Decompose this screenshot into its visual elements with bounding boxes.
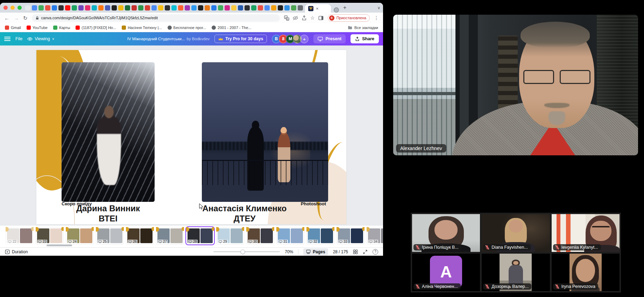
bookmark-item[interactable]: (1187) [FIXED] Но... [76, 26, 116, 30]
forward-button[interactable]: → [14, 15, 19, 21]
pinned-tab[interactable] [58, 5, 64, 10]
pinned-tab[interactable] [132, 5, 137, 10]
new-tab-button[interactable]: + [343, 3, 346, 13]
zoom-percent[interactable]: 70% [285, 249, 293, 254]
page-thumbnail[interactable]: 27 [156, 227, 184, 245]
page-thumbnail[interactable]: 32 [306, 227, 334, 245]
zoom-slider-knob[interactable] [240, 249, 245, 254]
bookmark-item[interactable]: Gmail [5, 26, 21, 30]
pinned-tab[interactable] [185, 5, 190, 10]
participant-tile[interactable]: Ірина Поліщук В... [412, 214, 480, 252]
pinned-tab[interactable] [238, 5, 243, 10]
tab-search-caret-icon[interactable]: ∨ [377, 3, 380, 13]
bookmark-item[interactable]: Насіння Тютюну |... [122, 26, 162, 30]
pinned-tab[interactable] [165, 5, 170, 10]
pinned-tab[interactable] [105, 5, 110, 10]
close-tab-icon[interactable]: × [316, 6, 319, 11]
pinned-tab[interactable] [72, 5, 77, 10]
pinned-tab[interactable] [218, 5, 223, 10]
pages-view-toggle[interactable]: Pages [303, 248, 328, 255]
zoom-window-button[interactable] [17, 6, 22, 10]
page-thumbnail[interactable]: 24 [66, 227, 94, 245]
filmstrip-scrollbar[interactable] [47, 245, 72, 246]
pinned-tab[interactable] [45, 5, 50, 10]
eye-off-icon[interactable] [293, 15, 298, 21]
share-page-icon[interactable] [302, 15, 307, 21]
page-thumbnail[interactable]: 22 [6, 227, 34, 245]
pinned-tab[interactable] [245, 5, 250, 10]
extension-paused-badge[interactable]: 0 Приостановлена [328, 14, 370, 22]
bookmark-item[interactable]: Бесплатное прог... [168, 26, 206, 30]
bookmark-item[interactable]: Карты [53, 26, 70, 30]
address-bar[interactable]: canva.com/design/DAGouKGo9WA/sTCsRrTJjIM… [32, 14, 280, 22]
active-tab[interactable]: Ѱ × [305, 4, 331, 13]
pinned-tab[interactable] [298, 5, 303, 10]
pinned-tab[interactable] [98, 5, 104, 10]
pinned-tab[interactable] [145, 5, 150, 10]
page-thumbnail[interactable]: 28 [186, 227, 214, 245]
zoom-slider[interactable] [213, 251, 280, 252]
participant-tile[interactable]: Diana Fayvishen... [482, 214, 550, 252]
duration-button[interactable]: Duration [5, 249, 28, 254]
pinned-tab[interactable] [291, 5, 296, 10]
fullscreen-icon[interactable] [363, 249, 368, 254]
try-pro-button[interactable]: Try Pro for 30 days [214, 35, 267, 43]
pinned-tab[interactable] [211, 5, 217, 10]
pinned-tab[interactable] [112, 5, 117, 10]
file-menu[interactable]: File [15, 36, 22, 41]
pinned-tab[interactable] [138, 5, 143, 10]
pinned-tab[interactable] [191, 5, 197, 10]
browser-menu-icon[interactable]: ⋮ [374, 15, 379, 21]
pinned-tab[interactable] [178, 5, 183, 10]
side-panel-icon[interactable] [318, 15, 324, 21]
pinned-tab[interactable] [171, 5, 177, 10]
main-menu-icon[interactable] [4, 37, 10, 41]
pinned-tab[interactable] [85, 5, 90, 10]
viewing-mode-menu[interactable]: Viewing ∨ [27, 36, 54, 42]
participant-tile[interactable]: Ievgeniia Kyianyt... [552, 214, 620, 252]
minimize-window-button[interactable] [10, 6, 15, 10]
help-button[interactable]: ? [373, 249, 378, 255]
close-window-button[interactable] [3, 6, 8, 10]
pinned-tab[interactable] [125, 5, 130, 10]
globe-pinned-tab[interactable] [334, 7, 339, 13]
pinned-tab[interactable] [158, 5, 163, 10]
participant-tile[interactable]: Дозорець Валер... [482, 254, 550, 291]
pinned-tab[interactable] [198, 5, 203, 10]
pinned-tab[interactable] [271, 5, 276, 10]
page-thumbnail[interactable]: 23 [36, 227, 64, 245]
translate-icon[interactable]: a あ [284, 15, 289, 21]
page-thumbnail[interactable]: 34 [367, 227, 383, 245]
present-button[interactable]: Present [313, 34, 346, 43]
pinned-tab[interactable] [92, 5, 97, 10]
pinned-tab[interactable] [258, 5, 263, 10]
pinned-tab[interactable] [151, 5, 157, 10]
pinned-tab[interactable] [38, 5, 44, 10]
pinned-tab[interactable] [251, 5, 256, 10]
grid-view-icon[interactable] [353, 249, 358, 254]
page-thumbnail[interactable]: 26 [126, 227, 154, 245]
participant-tile[interactable]: A Аліна Червонен... [412, 254, 480, 291]
bookmark-star-icon[interactable]: ☆ [310, 15, 315, 20]
bookmark-item[interactable]: 2001 - 2007 - The... [212, 26, 251, 30]
pinned-tab[interactable] [225, 5, 230, 10]
pinned-tab[interactable] [231, 5, 236, 10]
pinned-tab[interactable] [284, 5, 290, 10]
page-thumbnail[interactable]: 25 [96, 227, 124, 245]
speaker-video-tile[interactable]: Alexander Lezhnev [393, 15, 638, 155]
design-title[interactable]: IV Міжнародний Студентськи...by Bodkvdev [127, 37, 210, 41]
pinned-tab[interactable] [65, 5, 70, 10]
page-thumbnail[interactable]: 29 [216, 227, 244, 245]
page-thumbnail[interactable]: 30 [246, 227, 274, 245]
pinned-tab[interactable] [264, 5, 270, 10]
participant-tile[interactable]: Iryna Perevozova [552, 254, 620, 291]
share-button[interactable]: Share [351, 34, 379, 43]
bookmark-item[interactable]: YouTube [27, 26, 48, 30]
all-bookmarks-button[interactable]: Все закладки [348, 25, 378, 30]
pinned-tab[interactable] [78, 5, 84, 10]
back-button[interactable]: ← [4, 15, 9, 21]
pinned-tab[interactable] [118, 5, 123, 10]
reload-button[interactable]: ↻ [23, 15, 28, 21]
pinned-tab[interactable] [32, 5, 37, 10]
pinned-tab[interactable] [278, 5, 283, 10]
